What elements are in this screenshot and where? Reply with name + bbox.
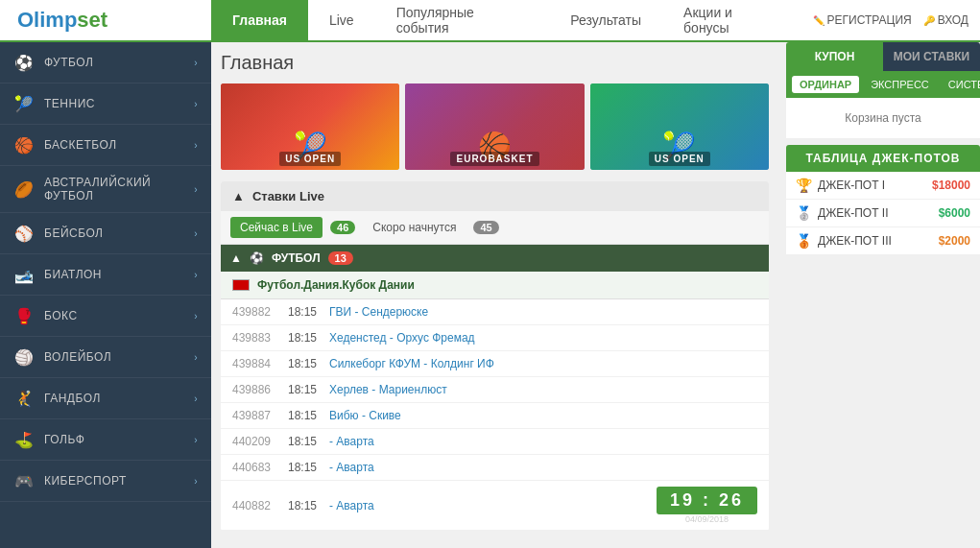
sidebar: ⚽ ФУТБОЛ › 🎾 ТЕННИС › 🏀 БАСКЕТБОЛ › 🏉 АВ… — [0, 42, 211, 548]
nav-tab-live[interactable]: Live — [308, 0, 375, 40]
match-name-2[interactable]: Силкеборг КФУМ - Колдинг ИФ — [329, 357, 757, 370]
sidebar-item-golf[interactable]: ⛳ ГОЛЬФ › — [0, 419, 211, 461]
match-time-7: 18:15 — [288, 499, 322, 512]
sidebar-item-tennis[interactable]: 🎾 ТЕННИС › — [0, 83, 211, 125]
sidebar-item-esports[interactable]: 🎮 КИБЕРСПОРТ › — [0, 461, 211, 502]
match-row-1[interactable]: 439883 18:15 Хеденстед - Орхус Фремад — [221, 325, 769, 351]
tennis-icon: 🎾 — [13, 93, 35, 114]
volleyball-icon: 🏐 — [13, 346, 35, 368]
chevron-tennis: › — [194, 99, 198, 109]
score-display: 19 : 26 — [657, 487, 757, 514]
match-name-4[interactable]: Вибю - Скиве — [329, 409, 757, 422]
sidebar-item-aussie-football[interactable]: 🏉 АВСТРАЛИЙСКИЙ ФУТБОЛ › — [0, 166, 211, 213]
match-name-5[interactable]: - Аварта — [329, 435, 757, 448]
sidebar-item-baseball[interactable]: ⚾ БЕЙСБОЛ › — [0, 213, 211, 254]
layout: ⚽ ФУТБОЛ › 🎾 ТЕННИС › 🏀 БАСКЕТБОЛ › 🏉 АВ… — [0, 42, 980, 548]
boxing-icon: 🥊 — [13, 305, 35, 326]
sidebar-item-basketball[interactable]: 🏀 БАСКЕТБОЛ › — [0, 125, 211, 166]
live-collapse-icon[interactable]: ▲ — [232, 189, 245, 203]
nav-tabs: Главная Live Популярные события Результа… — [211, 0, 801, 40]
coupon-tabs: КУПОН МОИ СТАВКИ — [786, 42, 980, 71]
match-id-7: 440882 — [232, 499, 280, 512]
banner-2-label: EUROBASKET — [450, 152, 538, 166]
sport-collapse-icon[interactable]: ▲ — [230, 251, 242, 265]
sidebar-item-boxing[interactable]: 🥊 БОКС › — [0, 296, 211, 337]
live-section: ▲ Ставки Live Сейчас в Live 46 Скоро нач… — [221, 181, 769, 531]
logo-suffix: set — [77, 8, 108, 32]
tab-coupon[interactable]: КУПОН — [786, 42, 883, 71]
chevron-basketball: › — [194, 140, 198, 151]
match-name-3[interactable]: Херлев - Мариенлюст — [329, 383, 757, 396]
sidebar-label-biathlon: БИАТЛОН — [44, 268, 102, 281]
match-id-3: 439886 — [232, 383, 280, 396]
jackpot-row-1: 🏆 ДЖЕК-ПОТ I $18000 — [786, 172, 980, 200]
basketball-icon: 🏀 — [13, 134, 35, 155]
jackpot-icon-1: 🏆 — [796, 178, 812, 193]
register-link[interactable]: ✏️ РЕГИСТРАЦИЯ — [813, 13, 912, 27]
sidebar-label-aussie-football: АВСТРАЛИЙСКИЙ ФУТБОЛ — [44, 176, 184, 203]
bet-type-express[interactable]: ЭКСПРЕСС — [863, 76, 937, 93]
sport-header-football: ▲ ⚽ ФУТБОЛ 13 — [221, 245, 769, 272]
sidebar-item-football[interactable]: ⚽ ФУТБОЛ › — [0, 42, 211, 83]
jackpot-row-3: 🥉 ДЖЕК-ПОТ III $2000 — [786, 227, 980, 255]
tab-my-bets[interactable]: МОИ СТАВКИ — [883, 42, 980, 71]
header-auth: ✏️ РЕГИСТРАЦИЯ 🔑 ВХОД — [801, 0, 980, 40]
sidebar-label-golf: ГОЛЬФ — [44, 433, 84, 446]
handball-icon: 🤾 — [13, 388, 35, 409]
tab-upcoming[interactable]: Скоро начнутся — [363, 217, 466, 238]
match-name-0[interactable]: ГВИ - Сендерюске — [329, 305, 757, 319]
bet-type-tabs: ОРДИНАР ЭКСПРЕСС СИСТЕМА — [786, 71, 980, 98]
match-time-1: 18:15 — [288, 331, 322, 345]
login-link[interactable]: 🔑 ВХОД — [923, 13, 968, 27]
chevron-golf: › — [194, 435, 198, 445]
match-id-1: 439883 — [232, 331, 280, 345]
match-time-5: 18:15 — [288, 435, 322, 448]
sidebar-label-handball: ГАНДБОЛ — [44, 392, 101, 405]
nav-tab-home[interactable]: Главная — [211, 0, 308, 40]
match-name-7[interactable]: - Аварта — [329, 499, 649, 512]
banners: 🎾 US OPEN 🏀 EUROBASKET 🎾 US OPEN — [221, 83, 769, 170]
nav-tab-results[interactable]: Результаты — [549, 0, 662, 40]
nav-tab-popular[interactable]: Популярные события — [375, 0, 550, 40]
coupon-empty: Корзина пуста — [786, 98, 980, 139]
chevron-baseball: › — [194, 228, 198, 239]
match-time-6: 18:15 — [288, 461, 322, 474]
banner-1-label: US OPEN — [279, 152, 341, 166]
jackpot-row-2: 🥈 ДЖЕК-ПОТ II $6000 — [786, 200, 980, 227]
chevron-biathlon: › — [194, 270, 198, 280]
banner-tennis2[interactable]: 🎾 US OPEN — [590, 83, 769, 170]
match-row-4[interactable]: 439887 18:15 Вибю - Скиве — [221, 403, 769, 429]
match-id-6: 440683 — [232, 461, 280, 474]
match-time-4: 18:15 — [288, 409, 322, 422]
match-name-6[interactable]: - Аварта — [329, 461, 757, 474]
match-row-7[interactable]: 440882 18:15 - Аварта 19 : 26 04/09/2018 — [221, 481, 769, 531]
nav-tab-promo[interactable]: Акции и бонусы — [662, 0, 801, 40]
page-title: Главная — [221, 52, 769, 74]
match-row-2[interactable]: 439884 18:15 Силкеборг КФУМ - Колдинг ИФ — [221, 351, 769, 377]
match-name-1[interactable]: Хеденстед - Орхус Фремад — [329, 331, 757, 345]
jackpot-name-3: ДЖЕК-ПОТ III — [818, 234, 933, 248]
live-header: ▲ Ставки Live — [221, 181, 769, 211]
tab-now-live[interactable]: Сейчас в Live — [230, 217, 323, 238]
match-row-6[interactable]: 440683 18:15 - Аварта — [221, 455, 769, 481]
match-id-0: 439882 — [232, 305, 280, 319]
match-row-3[interactable]: 439886 18:15 Херлев - Мариенлюст — [221, 377, 769, 403]
banner-basketball[interactable]: 🏀 EUROBASKET — [405, 83, 584, 170]
sidebar-item-handball[interactable]: 🤾 ГАНДБОЛ › — [0, 378, 211, 419]
match-row-0[interactable]: 439882 18:15 ГВИ - Сендерюске — [221, 299, 769, 325]
bet-type-ordinar[interactable]: ОРДИНАР — [792, 76, 859, 93]
right-panel: КУПОН МОИ СТАВКИ ОРДИНАР ЭКСПРЕСС СИСТЕМ… — [778, 42, 980, 548]
sidebar-item-volleyball[interactable]: 🏐 ВОЛЕЙБОЛ › — [0, 337, 211, 378]
denmark-flag — [232, 279, 250, 291]
main-content: Главная 🎾 US OPEN 🏀 EUROBASKET 🎾 US OPEN — [211, 42, 778, 548]
banner-tennis[interactable]: 🎾 US OPEN — [221, 83, 399, 170]
sidebar-item-biathlon[interactable]: 🎿 БИАТЛОН › — [0, 254, 211, 296]
match-row-5[interactable]: 440209 18:15 - Аварта — [221, 429, 769, 455]
sidebar-label-football: ФУТБОЛ — [44, 56, 93, 69]
sidebar-label-baseball: БЕЙСБОЛ — [44, 226, 103, 240]
esports-icon: 🎮 — [13, 470, 35, 491]
jackpot-header: ТАБЛИЦА ДЖЕК-ПОТОВ — [786, 145, 980, 172]
bet-type-system[interactable]: СИСТЕМА — [941, 76, 980, 93]
register-label: РЕГИСТРАЦИЯ — [827, 13, 912, 27]
biathlon-icon: 🎿 — [13, 264, 35, 285]
